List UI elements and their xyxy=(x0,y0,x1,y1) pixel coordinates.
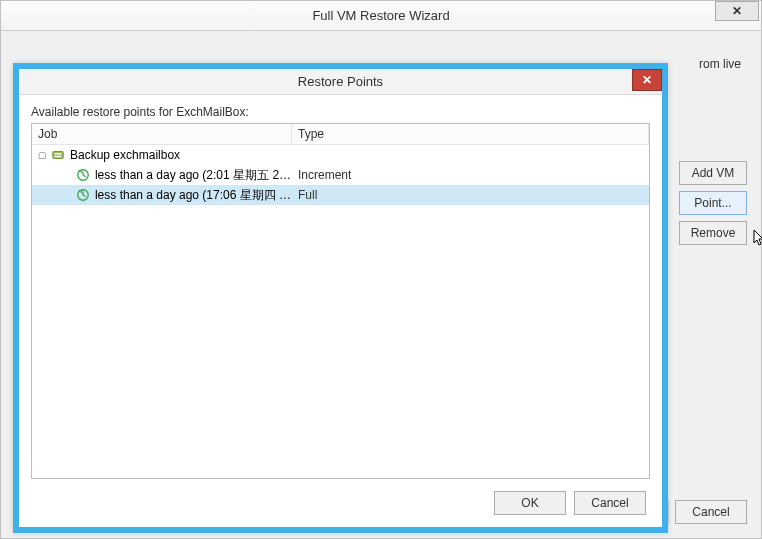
add-vm-button[interactable]: Add VM xyxy=(679,161,747,185)
outer-titlebar: Full VM Restore Wizard ✕ xyxy=(1,1,761,31)
ok-button[interactable]: OK xyxy=(494,491,566,515)
tree-root-label: Backup exchmailbox xyxy=(70,148,180,162)
restore-point-label: less than a day ago (17:06 星期四 2... xyxy=(95,187,292,204)
available-restore-points-label: Available restore points for ExchMailBox… xyxy=(31,105,650,119)
point-button[interactable]: Point... xyxy=(679,191,747,215)
restore-point-full-icon xyxy=(75,187,91,203)
restore-point-label: less than a day ago (2:01 星期五 20... xyxy=(95,167,292,184)
column-header-type[interactable]: Type xyxy=(292,124,649,144)
restore-point-row[interactable]: less than a day ago (17:06 星期四 2... Full xyxy=(32,185,649,205)
inner-close-button[interactable]: ✕ xyxy=(632,69,662,91)
inner-titlebar: Restore Points ✕ xyxy=(19,69,662,95)
close-icon: ✕ xyxy=(732,4,742,18)
dialog-button-bar: OK Cancel xyxy=(31,479,650,519)
cancel-button[interactable]: Cancel xyxy=(675,500,747,524)
outer-close-button[interactable]: ✕ xyxy=(715,1,759,21)
tree-root-row[interactable]: ▢ Backup exchmailbox xyxy=(32,145,649,165)
restore-point-row[interactable]: less than a day ago (2:01 星期五 20... Incr… xyxy=(32,165,649,185)
column-header-job[interactable]: Job xyxy=(32,124,292,144)
svg-rect-0 xyxy=(53,152,64,159)
inner-body: Available restore points for ExchMailBox… xyxy=(19,95,662,527)
outer-body: rom live Add VM Point... Remove < Previo… xyxy=(1,31,761,538)
svg-rect-1 xyxy=(55,153,62,154)
restore-points-dialog: Restore Points ✕ Available restore point… xyxy=(13,63,668,533)
cancel-button-inner[interactable]: Cancel xyxy=(574,491,646,515)
mouse-cursor-icon xyxy=(753,229,762,249)
restore-point-increment-icon xyxy=(75,167,91,183)
close-icon: ✕ xyxy=(642,73,652,87)
outer-window-title: Full VM Restore Wizard xyxy=(312,8,449,23)
vm-actions-panel: Add VM Point... Remove xyxy=(679,161,747,245)
backup-job-icon xyxy=(50,147,66,163)
restore-point-type: Increment xyxy=(292,168,351,182)
restore-point-type: Full xyxy=(292,188,317,202)
expand-collapse-icon[interactable]: ▢ xyxy=(36,150,48,160)
inner-window-title: Restore Points xyxy=(298,74,383,89)
partial-text-rom-live: rom live xyxy=(699,57,741,71)
restore-points-list[interactable]: Job Type ▢ Backup exchmailbox xyxy=(31,123,650,479)
remove-button[interactable]: Remove xyxy=(679,221,747,245)
list-header: Job Type xyxy=(32,124,649,145)
full-vm-restore-wizard-window: Full VM Restore Wizard ✕ rom live Add VM… xyxy=(0,0,762,539)
svg-rect-2 xyxy=(55,156,62,157)
